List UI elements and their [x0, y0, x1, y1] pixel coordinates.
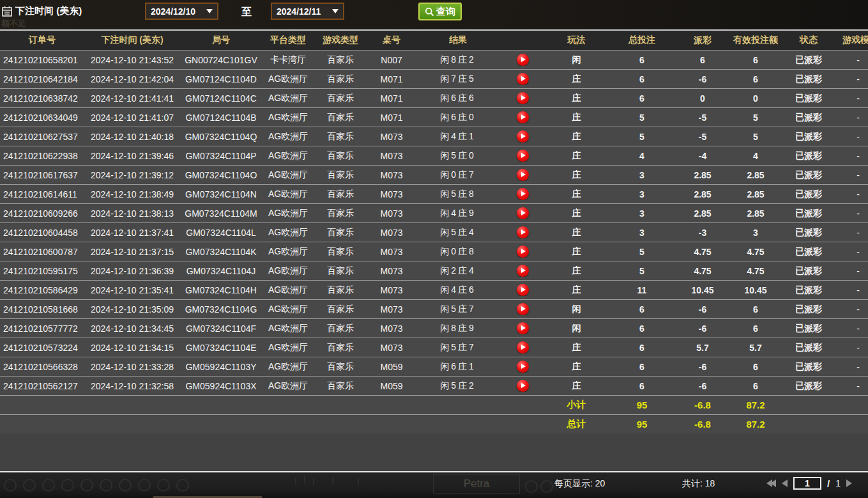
replay-video-icon[interactable] — [517, 303, 529, 315]
cell-video — [499, 265, 546, 277]
first-page-button[interactable] — [768, 479, 776, 487]
replay-video-icon[interactable] — [517, 322, 529, 334]
cell-round-no: GM07324C1104O — [180, 170, 262, 180]
cell-round-no: GM07324C1104J — [180, 266, 262, 276]
cell-total-bet: 4 — [607, 151, 677, 161]
cell-valid-bet: 6 — [728, 323, 783, 334]
cell-game-extra: - — [834, 151, 868, 161]
table-row: 241210210604458 2024-12-10 21:37:41 GM07… — [0, 222, 868, 242]
cell-total-bet: 6 — [607, 304, 677, 315]
cell-game-type: 百家乐 — [314, 131, 367, 143]
replay-video-icon[interactable] — [517, 361, 529, 373]
cell-order-no: 241210210581668 — [0, 304, 84, 315]
replay-video-icon[interactable] — [517, 169, 529, 181]
filter-title: 下注时间 (美东) — [15, 5, 82, 17]
pager-controls: / 1 — [768, 477, 852, 490]
cell-order-no: 241210210617637 — [0, 170, 84, 180]
date-from-select[interactable]: 2024/12/10 — [145, 3, 218, 20]
replay-video-icon[interactable] — [517, 130, 529, 143]
cell-valid-bet: 5 — [728, 132, 783, 142]
grand-total-label: 总计 — [546, 418, 607, 430]
cell-valid-bet: 6 — [728, 381, 783, 391]
cell-total-bet: 11 — [607, 285, 677, 295]
replay-video-icon[interactable] — [517, 188, 529, 200]
col-header-result: 结果 — [416, 35, 499, 46]
cell-game-extra: - — [834, 381, 868, 391]
cell-video — [499, 207, 546, 219]
cell-platform: AG欧洲厅 — [262, 112, 314, 123]
cell-result: 闲0庄7 — [416, 169, 499, 181]
col-header-platform: 平台类型 — [262, 35, 314, 46]
cell-status: 已派彩 — [783, 380, 834, 392]
table-row: 241210210638742 2024-12-10 21:41:41 GM07… — [0, 88, 868, 107]
dimmed-decor — [332, 477, 333, 484]
cell-bet-time: 2024-12-10 21:40:18 — [84, 132, 180, 142]
cell-order-no: 241210210638742 — [0, 93, 84, 104]
date-to-select[interactable]: 2024/12/11 — [271, 3, 344, 20]
prev-page-button[interactable] — [782, 479, 788, 487]
cell-total-bet: 6 — [607, 381, 677, 391]
cell-valid-bet: 6 — [728, 74, 783, 84]
replay-video-icon[interactable] — [517, 245, 529, 258]
search-button[interactable]: 查询 — [418, 3, 462, 20]
replay-video-icon[interactable] — [517, 92, 529, 104]
cell-video — [499, 322, 546, 334]
dimmed-chip-decor — [80, 479, 93, 492]
table-row: 241210210627537 2024-12-10 21:40:18 GM07… — [0, 127, 868, 146]
cell-table-no: M073 — [367, 132, 416, 142]
dimmed-chip-decor — [138, 479, 151, 492]
replay-video-icon[interactable] — [517, 284, 529, 296]
cell-round-no: GM07324C1104N — [180, 189, 262, 199]
replay-video-icon[interactable] — [517, 150, 529, 162]
cell-game-extra: - — [834, 208, 868, 219]
cell-status: 已派彩 — [783, 169, 834, 181]
cell-bet-time: 2024-12-10 21:37:15 — [84, 247, 180, 257]
cell-status: 已派彩 — [783, 227, 834, 238]
cell-game-type: 百家乐 — [314, 189, 367, 200]
replay-video-icon[interactable] — [517, 207, 529, 219]
cell-bet-time: 2024-12-10 21:33:28 — [84, 362, 180, 372]
cell-status: 已派彩 — [783, 189, 834, 200]
cell-game-type: 百家乐 — [314, 227, 367, 238]
cell-result: 闲4庄1 — [416, 131, 499, 143]
cell-order-no: 241210210604458 — [0, 228, 84, 238]
cell-total-bet: 3 — [607, 228, 677, 238]
cell-result: 闲4庄6 — [416, 284, 499, 296]
cell-bet-time: 2024-12-10 21:38:13 — [84, 208, 180, 219]
replay-video-icon[interactable] — [517, 54, 529, 66]
cell-play: 庄 — [546, 131, 607, 143]
cell-game-type: 百家乐 — [314, 208, 367, 219]
cell-bet-time: 2024-12-10 21:37:41 — [84, 228, 180, 238]
page-number-input[interactable] — [793, 477, 821, 490]
cell-total-bet: 6 — [607, 93, 677, 104]
table-row: 241210210586429 2024-12-10 21:35:41 GM07… — [0, 280, 868, 299]
cell-total-bet: 6 — [607, 74, 677, 84]
replay-video-icon[interactable] — [517, 265, 529, 277]
replay-video-icon[interactable] — [517, 341, 529, 354]
cell-game-type: 百家乐 — [314, 304, 367, 315]
replay-video-icon[interactable] — [517, 73, 529, 85]
next-page-button[interactable] — [846, 479, 852, 487]
cell-table-no: M073 — [367, 285, 416, 295]
cell-status: 已派彩 — [783, 361, 834, 373]
cell-result: 闲8庄2 — [416, 54, 499, 66]
date-from-value: 2024/12/10 — [151, 6, 195, 17]
cell-game-extra: - — [834, 304, 868, 315]
cell-payout: 2.85 — [677, 189, 728, 199]
cell-video — [499, 303, 546, 315]
cell-result: 闲8庄9 — [416, 323, 499, 334]
cell-payout: 4.75 — [677, 247, 728, 257]
cell-video — [499, 111, 546, 123]
cell-game-type: 百家乐 — [314, 380, 367, 392]
replay-video-icon[interactable] — [517, 111, 529, 123]
cell-valid-bet: 2.85 — [728, 189, 783, 199]
replay-video-icon[interactable] — [517, 226, 529, 238]
cell-platform: 卡卡湾厅 — [262, 54, 314, 66]
total-count-label: 共计: 18 — [682, 478, 715, 490]
cell-round-no: GM07324C1104H — [180, 285, 262, 295]
cell-round-no: GM07324C1104P — [180, 151, 262, 161]
col-header-bet-time: 下注时间 (美东) — [84, 35, 180, 46]
cell-valid-bet: 10.45 — [728, 285, 783, 295]
cell-total-bet: 5 — [607, 132, 677, 142]
replay-video-icon[interactable] — [517, 380, 529, 392]
